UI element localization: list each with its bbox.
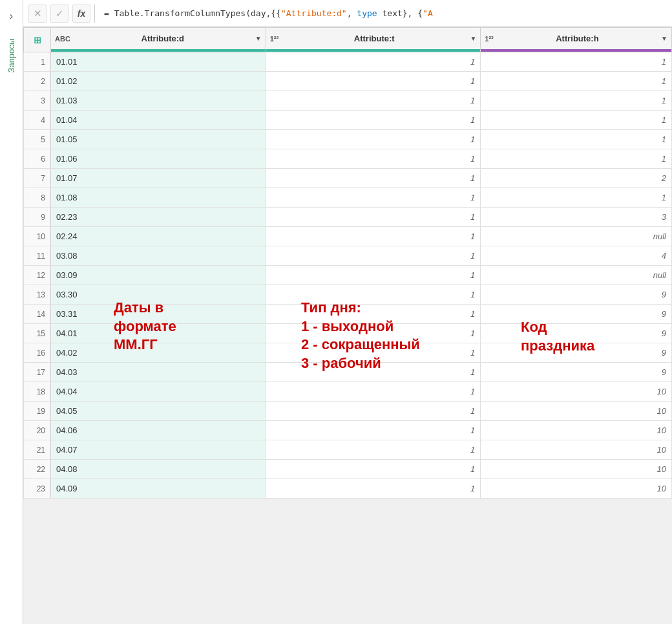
table-row: 801.0811 — [24, 188, 672, 208]
cell-attribute-h[interactable]: 1 — [481, 188, 672, 208]
cell-attribute-t[interactable]: 1 — [266, 324, 481, 343]
sidebar-section-label[interactable]: Запросы — [6, 39, 16, 72]
cell-attribute-d[interactable]: 01.03 — [51, 91, 266, 111]
sidebar: › Запросы — [0, 0, 23, 624]
table-row: 1303.3019 — [24, 285, 672, 305]
cell-attribute-h[interactable]: null — [481, 227, 672, 246]
cell-attribute-t[interactable]: 1 — [266, 111, 481, 130]
formula-input[interactable]: = Table.TransformColumnTypes(day,{{"Attr… — [99, 6, 667, 21]
col-h-dropdown-icon[interactable]: ▼ — [661, 35, 667, 42]
cell-attribute-t[interactable]: 1 — [266, 72, 481, 91]
row-number: 12 — [24, 266, 51, 285]
cell-attribute-t[interactable]: 1 — [266, 149, 481, 169]
cell-attribute-t[interactable]: 1 — [266, 227, 481, 246]
row-number: 6 — [24, 149, 51, 169]
cell-attribute-d[interactable]: 03.09 — [51, 266, 266, 285]
cell-attribute-h[interactable]: 10 — [481, 421, 672, 440]
formula-cancel-button[interactable]: ✕ — [28, 5, 47, 23]
col-t-dropdown-icon[interactable]: ▼ — [470, 35, 476, 42]
cell-attribute-h[interactable]: 9 — [481, 324, 672, 343]
cell-attribute-t[interactable]: 1 — [266, 421, 481, 440]
cell-attribute-h[interactable]: 2 — [481, 169, 672, 188]
cell-attribute-h[interactable]: 1 — [481, 149, 672, 169]
cell-attribute-t[interactable]: 1 — [266, 188, 481, 208]
cell-attribute-h[interactable]: 9 — [481, 363, 672, 382]
cell-attribute-h[interactable]: 1 — [481, 91, 672, 111]
cell-attribute-t[interactable]: 1 — [266, 479, 481, 499]
table-row: 902.2313 — [24, 208, 672, 227]
formula-confirm-button[interactable]: ✓ — [50, 5, 68, 23]
cell-attribute-h[interactable]: 3 — [481, 208, 672, 227]
row-number: 16 — [24, 343, 51, 363]
cell-attribute-d[interactable]: 04.08 — [51, 460, 266, 479]
cell-attribute-h[interactable]: null — [481, 266, 672, 285]
cell-attribute-t[interactable]: 1 — [266, 460, 481, 479]
cell-attribute-t[interactable]: 1 — [266, 130, 481, 149]
cell-attribute-d[interactable]: 04.03 — [51, 363, 266, 382]
cell-attribute-t[interactable]: 1 — [266, 208, 481, 227]
cell-attribute-t[interactable]: 1 — [266, 343, 481, 363]
col-header-d[interactable]: ABC Attribute:d ▼ — [51, 28, 266, 52]
table-row: 1904.05110 — [24, 402, 672, 421]
table-container: Даты вформатеМM.ГГ Тип дня: 1 - выходной… — [23, 27, 672, 624]
cell-attribute-d[interactable]: 04.04 — [51, 382, 266, 402]
col-d-dropdown-icon[interactable]: ▼ — [255, 35, 262, 42]
cell-attribute-d[interactable]: 03.08 — [51, 246, 266, 266]
data-table-wrapper[interactable]: ⊞ ABC Attribute:d ▼ — [23, 27, 672, 499]
cell-attribute-h[interactable]: 10 — [481, 479, 672, 499]
cell-attribute-t[interactable]: 1 — [266, 52, 481, 72]
cell-attribute-d[interactable]: 01.02 — [51, 72, 266, 91]
row-number: 23 — [24, 479, 51, 499]
cell-attribute-d[interactable]: 04.07 — [51, 440, 266, 460]
cell-attribute-d[interactable]: 02.24 — [51, 227, 266, 246]
cell-attribute-d[interactable]: 01.01 — [51, 52, 266, 72]
cell-attribute-h[interactable]: 9 — [481, 343, 672, 363]
cell-attribute-d[interactable]: 04.05 — [51, 402, 266, 421]
cell-attribute-h[interactable]: 1 — [481, 52, 672, 72]
table-row: 1203.091null — [24, 266, 672, 285]
cell-attribute-h[interactable]: 4 — [481, 246, 672, 266]
sidebar-collapse-button[interactable]: › — [6, 6, 17, 26]
cell-attribute-t[interactable]: 1 — [266, 305, 481, 324]
formula-fx-button[interactable]: fx — [72, 5, 90, 23]
cell-attribute-d[interactable]: 01.06 — [51, 149, 266, 169]
cell-attribute-d[interactable]: 04.02 — [51, 343, 266, 363]
cell-attribute-t[interactable]: 1 — [266, 440, 481, 460]
cell-attribute-h[interactable]: 1 — [481, 130, 672, 149]
row-number: 5 — [24, 130, 51, 149]
cell-attribute-t[interactable]: 1 — [266, 266, 481, 285]
cell-attribute-h[interactable]: 1 — [481, 72, 672, 91]
cell-attribute-d[interactable]: 03.30 — [51, 285, 266, 305]
cell-attribute-d[interactable]: 01.08 — [51, 188, 266, 208]
table-row: 2204.08110 — [24, 460, 672, 479]
formula-string2: "A — [423, 8, 433, 18]
table-row: 401.0411 — [24, 111, 672, 130]
cell-attribute-h[interactable]: 10 — [481, 382, 672, 402]
cell-attribute-d[interactable]: 01.05 — [51, 130, 266, 149]
col-header-h[interactable]: 1²³ Attribute:h ▼ — [481, 28, 672, 52]
cell-attribute-t[interactable]: 1 — [266, 363, 481, 382]
cell-attribute-t[interactable]: 1 — [266, 246, 481, 266]
cell-attribute-t[interactable]: 1 — [266, 169, 481, 188]
col-header-t[interactable]: 1²³ Attribute:t ▼ — [266, 28, 481, 52]
cell-attribute-d[interactable]: 04.06 — [51, 421, 266, 440]
cell-attribute-h[interactable]: 9 — [481, 285, 672, 305]
cell-attribute-h[interactable]: 9 — [481, 305, 672, 324]
cell-attribute-h[interactable]: 10 — [481, 402, 672, 421]
cell-attribute-d[interactable]: 01.07 — [51, 169, 266, 188]
cell-attribute-t[interactable]: 1 — [266, 382, 481, 402]
cell-attribute-h[interactable]: 10 — [481, 460, 672, 479]
table-row: 701.0712 — [24, 169, 672, 188]
table-row: 201.0211 — [24, 72, 672, 91]
cell-attribute-d[interactable]: 02.23 — [51, 208, 266, 227]
cell-attribute-t[interactable]: 1 — [266, 91, 481, 111]
cell-attribute-d[interactable]: 03.31 — [51, 305, 266, 324]
cell-attribute-t[interactable]: 1 — [266, 402, 481, 421]
cell-attribute-t[interactable]: 1 — [266, 285, 481, 305]
cell-attribute-h[interactable]: 1 — [481, 111, 672, 130]
cell-attribute-d[interactable]: 04.09 — [51, 479, 266, 499]
cell-attribute-d[interactable]: 04.01 — [51, 324, 266, 343]
table-row: 501.0511 — [24, 130, 672, 149]
cell-attribute-d[interactable]: 01.04 — [51, 111, 266, 130]
cell-attribute-h[interactable]: 10 — [481, 440, 672, 460]
